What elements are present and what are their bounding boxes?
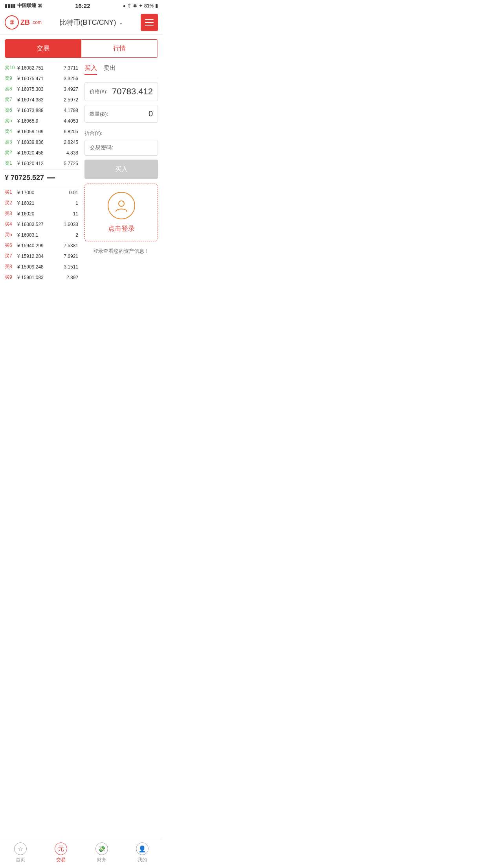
order-label: 买3 bbox=[5, 210, 16, 217]
total-label: 折合(¥): bbox=[84, 130, 103, 136]
total-row: 折合(¥): bbox=[84, 127, 158, 140]
order-book: 卖10 ¥ 16082.751 7.3711 卖9 ¥ 16075.471 3.… bbox=[3, 63, 80, 283]
order-price: ¥ 16075.471 bbox=[16, 76, 64, 81]
quantity-label: 数量(Ƀ): bbox=[90, 110, 108, 118]
tab-buy[interactable]: 买入 bbox=[84, 64, 97, 75]
currency-title: 比特币(BTC/CNY) bbox=[59, 18, 116, 27]
order-label: 买9 bbox=[5, 274, 16, 281]
order-label: 卖4 bbox=[5, 128, 16, 135]
order-price: ¥ 16020 bbox=[16, 211, 73, 217]
sell-order-row: 卖1 ¥ 16020.412 5.7725 bbox=[3, 158, 80, 169]
login-prompt[interactable]: 点击登录 bbox=[84, 184, 158, 241]
order-amount: 7.3711 bbox=[64, 65, 78, 71]
logo-circle: ② bbox=[5, 15, 19, 29]
price-field: 价格(¥): 70783.412 bbox=[84, 82, 158, 101]
order-amount: 2.892 bbox=[66, 275, 78, 280]
order-amount: 4.838 bbox=[66, 150, 78, 156]
order-price: ¥ 16020.458 bbox=[16, 150, 66, 156]
order-price: ¥ 16074.383 bbox=[16, 97, 64, 103]
order-price: ¥ 15940.299 bbox=[16, 243, 64, 248]
logo: ② ZB .com bbox=[5, 15, 42, 29]
tab-market[interactable]: 行情 bbox=[81, 40, 158, 57]
trade-panel: 买入 卖出 价格(¥): 70783.412 数量(Ƀ): 0 折合(¥): 交… bbox=[83, 63, 160, 283]
order-label: 买6 bbox=[5, 242, 16, 249]
sell-order-row: 卖9 ¥ 16075.471 3.3256 bbox=[3, 73, 80, 84]
price-label: 价格(¥): bbox=[90, 88, 108, 95]
battery-percent: 81% bbox=[144, 3, 154, 9]
chevron-down-icon[interactable]: ⌄ bbox=[119, 19, 123, 26]
buy-orders: 买1 ¥ 17000 0.01 买2 ¥ 16021 1 买3 ¥ 16020 … bbox=[3, 187, 80, 283]
order-price: ¥ 16021 bbox=[16, 200, 75, 206]
buy-order-row: 买3 ¥ 16020 11 bbox=[3, 208, 80, 219]
order-label: 买1 bbox=[5, 189, 16, 196]
order-label: 买7 bbox=[5, 253, 16, 259]
order-amount: 2.8245 bbox=[64, 140, 78, 145]
order-price: ¥ 16065.9 bbox=[16, 118, 64, 124]
order-price: ¥ 16073.888 bbox=[16, 108, 64, 113]
menu-button[interactable] bbox=[141, 14, 158, 31]
password-field[interactable]: 交易密码: bbox=[84, 140, 158, 156]
asset-info: 登录查看您的资产信息！ bbox=[84, 245, 158, 257]
wifi-icon: ⌘ bbox=[38, 3, 42, 9]
bluetooth-icon: ✦ bbox=[139, 3, 143, 9]
order-label: 卖5 bbox=[5, 118, 16, 124]
carrier-name: 中国联通 bbox=[17, 2, 36, 9]
order-price: ¥ 16003.527 bbox=[16, 222, 64, 227]
buy-order-row: 买5 ¥ 16003.1 2 bbox=[3, 230, 80, 240]
sell-orders: 卖10 ¥ 16082.751 7.3711 卖9 ¥ 16075.471 3.… bbox=[3, 63, 80, 169]
signal-icon: ▮▮▮▮ bbox=[5, 3, 16, 9]
order-amount: 0.01 bbox=[69, 190, 78, 195]
hamburger-icon bbox=[145, 19, 154, 26]
main-content: 卖10 ¥ 16082.751 7.3711 卖9 ¥ 16075.471 3.… bbox=[0, 63, 163, 283]
buy-order-row: 买4 ¥ 16003.527 1.6033 bbox=[3, 219, 80, 230]
order-label: 卖3 bbox=[5, 139, 16, 145]
quantity-value[interactable]: 0 bbox=[149, 109, 153, 118]
status-left: ▮▮▮▮ 中国联通 ⌘ bbox=[5, 2, 42, 9]
order-label: 卖10 bbox=[5, 64, 16, 71]
sell-order-row: 卖4 ¥ 16059.109 6.8205 bbox=[3, 126, 80, 137]
buy-order-row: 买9 ¥ 15901.083 2.892 bbox=[3, 272, 80, 283]
status-bar: ▮▮▮▮ 中国联通 ⌘ 16:22 ● ⇧ ⚛ ✦ 81% ▮ bbox=[0, 0, 163, 11]
order-amount: 4.4053 bbox=[64, 118, 78, 124]
status-time: 16:22 bbox=[75, 2, 90, 9]
minus-indicator bbox=[47, 177, 55, 178]
order-amount: 11 bbox=[73, 211, 78, 217]
tab-sell[interactable]: 卖出 bbox=[103, 64, 116, 75]
order-price: ¥ 16003.1 bbox=[16, 232, 75, 238]
order-label: 买8 bbox=[5, 263, 16, 270]
svg-point-0 bbox=[119, 201, 124, 206]
order-amount: 7.5381 bbox=[64, 243, 78, 248]
order-label: 买2 bbox=[5, 200, 16, 206]
buy-order-row: 买6 ¥ 15940.299 7.5381 bbox=[3, 240, 80, 251]
mid-price: ¥ 70725.527 bbox=[3, 169, 80, 186]
login-text[interactable]: 点击登录 bbox=[93, 224, 150, 233]
order-amount: 1 bbox=[75, 200, 78, 206]
order-price: ¥ 16082.751 bbox=[16, 65, 64, 71]
price-value[interactable]: 70783.412 bbox=[112, 86, 153, 97]
sell-order-row: 卖6 ¥ 16073.888 4.1798 bbox=[3, 105, 80, 116]
login-avatar-icon bbox=[108, 192, 135, 219]
order-label: 卖7 bbox=[5, 96, 16, 103]
logo-com: .com bbox=[31, 20, 42, 25]
tab-trade[interactable]: 交易 bbox=[5, 40, 81, 57]
password-label: 交易密码: bbox=[90, 144, 113, 151]
sell-order-row: 卖2 ¥ 16020.458 4.838 bbox=[3, 147, 80, 158]
order-price: ¥ 16059.109 bbox=[16, 129, 64, 134]
logo-symbol: ② bbox=[9, 19, 15, 26]
sell-order-row: 卖10 ¥ 16082.751 7.3711 bbox=[3, 63, 80, 73]
order-amount: 2 bbox=[75, 232, 78, 238]
buy-order-row: 买8 ¥ 15909.248 3.1511 bbox=[3, 261, 80, 272]
order-amount: 7.6921 bbox=[64, 254, 78, 259]
buy-order-row: 买7 ¥ 15912.284 7.6921 bbox=[3, 251, 80, 261]
buy-sell-tabs: 买入 卖出 bbox=[84, 63, 158, 78]
order-amount: 4.1798 bbox=[64, 108, 78, 113]
sell-order-row: 卖8 ¥ 16075.303 3.4927 bbox=[3, 84, 80, 94]
order-amount: 3.1511 bbox=[64, 264, 78, 270]
order-amount: 3.3256 bbox=[64, 76, 78, 81]
order-price: ¥ 15909.248 bbox=[16, 264, 64, 270]
alarm-icon: ⚛ bbox=[133, 3, 137, 9]
buy-button[interactable]: 买入 bbox=[84, 160, 158, 179]
main-tabs: 交易 行情 bbox=[5, 39, 158, 58]
order-price: ¥ 16075.303 bbox=[16, 86, 64, 92]
status-right: ● ⇧ ⚛ ✦ 81% ▮ bbox=[123, 3, 158, 9]
